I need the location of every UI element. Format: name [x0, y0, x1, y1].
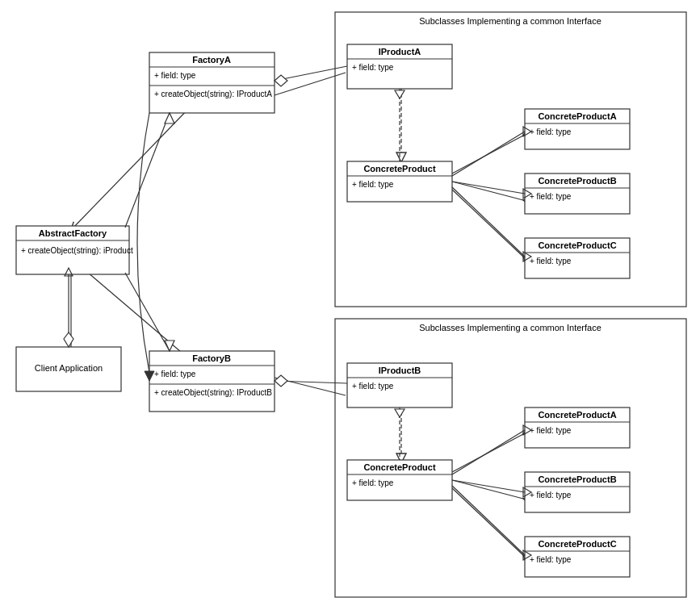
svg-text:+ field: type: + field: type [352, 479, 394, 487]
svg-text:Subclasses Implementing a comm: Subclasses Implementing a common Interfa… [419, 16, 601, 26]
svg-text:ConcreteProductC: ConcreteProductC [538, 539, 616, 549]
svg-text:+ field: type: + field: type [352, 63, 394, 72]
svg-text:+ field: type: + field: type [530, 192, 572, 201]
svg-line-95 [452, 182, 525, 194]
svg-line-97 [452, 187, 525, 257]
svg-text:+ field: type: + field: type [352, 180, 394, 189]
svg-line-103 [452, 486, 525, 555]
svg-text:+ field: type: + field: type [530, 127, 572, 136]
svg-line-93 [452, 132, 525, 176]
svg-text:ConcreteProduct: ConcreteProduct [363, 462, 436, 472]
svg-marker-83 [64, 332, 73, 347]
svg-text:+ field: type: + field: type [352, 382, 394, 391]
svg-rect-36 [335, 319, 686, 597]
svg-text:ConcreteProductB: ConcreteProductB [538, 176, 616, 186]
svg-marker-86 [275, 75, 287, 86]
svg-text:Client Application: Client Application [35, 363, 103, 373]
svg-text:+ field: type: + field: type [154, 71, 196, 80]
svg-text:+ createObject(string): IProdu: + createObject(string): IProductB [154, 388, 272, 397]
svg-text:+ field: type: + field: type [530, 491, 572, 499]
svg-text:AbstractFactory: AbstractFactory [39, 228, 107, 238]
svg-text:X: X [507, 2, 513, 11]
svg-text:ConcreteProduct: ConcreteProduct [363, 164, 436, 173]
svg-marker-88 [275, 375, 287, 387]
svg-text:+ field: type: + field: type [530, 257, 572, 265]
svg-text:IProductB: IProductB [379, 366, 421, 375]
main-diagram: AbstractFactory + createObject(string): … [0, 0, 700, 606]
svg-text:+ field: type: + field: type [530, 555, 572, 564]
svg-marker-79 [165, 113, 174, 123]
svg-text:IProductA: IProductA [379, 47, 421, 56]
svg-text:FactoryA: FactoryA [192, 55, 231, 65]
svg-text:ConcreteProductC: ConcreteProductC [538, 240, 616, 250]
svg-text:+ createObject(string): iProdu: + createObject(string): iProduct [21, 246, 133, 255]
svg-text:FactoryB: FactoryB [192, 353, 231, 363]
svg-text:ConcreteProductB: ConcreteProductB [538, 474, 616, 484]
svg-line-101 [452, 480, 525, 492]
diagram-container: AbstractFactory + createObject(string): … [0, 0, 700, 606]
svg-marker-92 [395, 409, 404, 417]
svg-line-99 [452, 430, 525, 474]
svg-marker-90 [395, 90, 404, 98]
svg-text:ConcreteProductA: ConcreteProductA [538, 111, 616, 121]
svg-text:ConcreteProductA: ConcreteProductA [538, 410, 616, 420]
svg-text:Subclasses Implementing a comm: Subclasses Implementing a common Interfa… [419, 323, 601, 332]
svg-text:+ createObject(string): IProdu: + createObject(string): IProductA [154, 90, 272, 98]
svg-line-78 [125, 113, 170, 228]
svg-text:+ field: type: + field: type [530, 426, 572, 435]
svg-text:+ field: type: + field: type [154, 370, 196, 378]
svg-line-80 [125, 273, 170, 351]
